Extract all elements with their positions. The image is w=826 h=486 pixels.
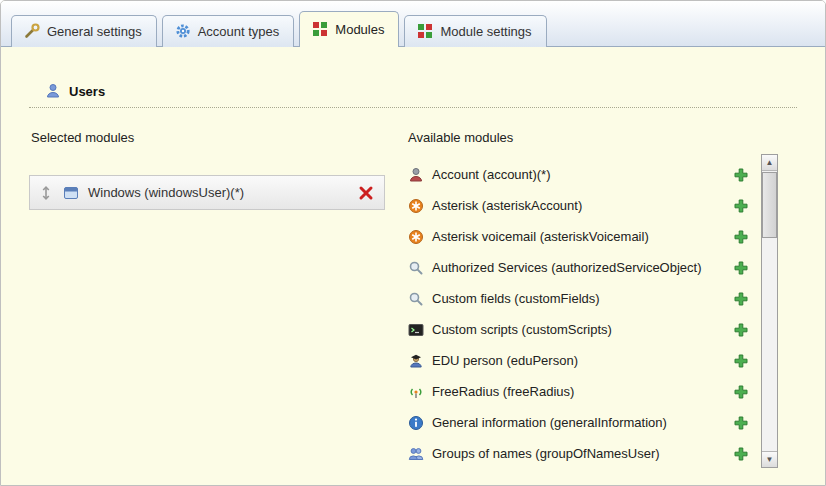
available-module-row: Custom scripts (customScripts) bbox=[406, 314, 797, 345]
scrollbar-thumb[interactable] bbox=[762, 172, 777, 238]
arrow-up-icon: ▲ bbox=[766, 158, 774, 167]
add-icon bbox=[733, 167, 749, 183]
available-module-row: Groups of names (groupOfNamesUser) bbox=[406, 438, 797, 469]
add-icon bbox=[733, 198, 749, 214]
drag-handle-icon[interactable] bbox=[38, 185, 54, 201]
script-icon bbox=[408, 322, 424, 338]
custom-fields-icon bbox=[408, 291, 424, 307]
add-icon bbox=[733, 353, 749, 369]
info-icon bbox=[408, 415, 424, 431]
selected-module-label: Windows (windowsUser)(*) bbox=[88, 185, 244, 200]
lam-configuration-window: General settings Account types bbox=[0, 0, 826, 486]
tab-modules[interactable]: Modules bbox=[299, 11, 399, 47]
available-module-label: Account (account)(*) bbox=[432, 167, 551, 182]
available-module-row: Authorized Services (authorizedServiceOb… bbox=[406, 252, 797, 283]
arrow-down-icon: ▼ bbox=[766, 455, 774, 464]
available-module-label: EDU person (eduPerson) bbox=[432, 353, 578, 368]
tab-label: Account types bbox=[198, 24, 280, 39]
available-module-row: EDU person (eduPerson) bbox=[406, 345, 797, 376]
scroll-up-button[interactable]: ▲ bbox=[762, 155, 777, 171]
tab-label: Modules bbox=[335, 22, 384, 37]
add-icon bbox=[733, 322, 749, 338]
modules-icon bbox=[312, 21, 328, 37]
add-icon bbox=[733, 291, 749, 307]
scroll-down-button[interactable]: ▼ bbox=[762, 451, 777, 467]
users-section-heading: Users bbox=[29, 57, 797, 108]
remove-icon bbox=[358, 185, 374, 201]
tab-bar: General settings Account types bbox=[1, 1, 825, 47]
available-module-label: General information (generalInformation) bbox=[432, 415, 667, 430]
add-module-button[interactable] bbox=[733, 415, 749, 431]
available-modules-list: Account (account)(*) bbox=[406, 159, 797, 469]
user-icon bbox=[45, 83, 61, 99]
tab-general-settings[interactable]: General settings bbox=[11, 15, 157, 47]
asterisk-voicemail-icon bbox=[408, 229, 424, 245]
group-icon bbox=[408, 446, 424, 462]
radius-icon bbox=[408, 384, 424, 400]
add-icon bbox=[733, 446, 749, 462]
edu-person-icon bbox=[408, 353, 424, 369]
available-module-row: General information (generalInformation) bbox=[406, 407, 797, 438]
tab-account-types[interactable]: Account types bbox=[162, 15, 295, 47]
tab-module-settings[interactable]: Module settings bbox=[404, 15, 546, 47]
modules-tab-content: Users Selected modules bbox=[1, 47, 825, 469]
gear-icon bbox=[175, 23, 191, 39]
available-module-label: Custom scripts (customScripts) bbox=[432, 322, 612, 337]
account-icon bbox=[408, 167, 424, 183]
add-module-button[interactable] bbox=[733, 322, 749, 338]
available-module-row: Asterisk (asteriskAccount) bbox=[406, 190, 797, 221]
tools-icon bbox=[24, 23, 40, 39]
add-module-button[interactable] bbox=[733, 229, 749, 245]
module-settings-icon bbox=[417, 23, 433, 39]
remove-module-button[interactable] bbox=[358, 185, 374, 201]
add-module-button[interactable] bbox=[733, 167, 749, 183]
available-modules-heading: Available modules bbox=[408, 130, 797, 145]
available-module-label: Asterisk voicemail (asteriskVoicemail) bbox=[432, 229, 649, 244]
add-module-button[interactable] bbox=[733, 260, 749, 276]
search-icon bbox=[408, 260, 424, 276]
available-module-label: Authorized Services (authorizedServiceOb… bbox=[432, 260, 702, 275]
tab-label: General settings bbox=[47, 24, 142, 39]
add-icon bbox=[733, 229, 749, 245]
add-module-button[interactable] bbox=[733, 198, 749, 214]
available-modules-panel: Available modules Account (account)(*) bbox=[406, 124, 797, 469]
available-module-label: Groups of names (groupOfNamesUser) bbox=[432, 446, 660, 461]
selected-module-row[interactable]: Windows (windowsUser)(*) bbox=[29, 175, 385, 210]
available-module-row: FreeRadius (freeRadius) bbox=[406, 376, 797, 407]
add-icon bbox=[733, 415, 749, 431]
scrollbar[interactable]: ▲ ▼ bbox=[761, 154, 778, 468]
selected-modules-panel: Selected modules bbox=[29, 124, 385, 469]
add-module-button[interactable] bbox=[733, 384, 749, 400]
add-icon bbox=[733, 260, 749, 276]
section-title: Users bbox=[69, 84, 105, 99]
available-module-row: Asterisk voicemail (asteriskVoicemail) bbox=[406, 221, 797, 252]
available-module-row: Custom fields (customFields) bbox=[406, 283, 797, 314]
add-module-button[interactable] bbox=[733, 446, 749, 462]
windows-module-icon bbox=[63, 185, 79, 201]
scrollbar-track[interactable] bbox=[762, 171, 777, 451]
add-icon bbox=[733, 384, 749, 400]
available-module-label: Asterisk (asteriskAccount) bbox=[432, 198, 582, 213]
add-module-button[interactable] bbox=[733, 291, 749, 307]
available-module-label: Custom fields (customFields) bbox=[432, 291, 600, 306]
tab-label: Module settings bbox=[440, 24, 531, 39]
asterisk-icon bbox=[408, 198, 424, 214]
add-module-button[interactable] bbox=[733, 353, 749, 369]
available-module-row: Account (account)(*) bbox=[406, 159, 797, 190]
selected-modules-heading: Selected modules bbox=[31, 130, 385, 145]
available-module-label: FreeRadius (freeRadius) bbox=[432, 384, 574, 399]
